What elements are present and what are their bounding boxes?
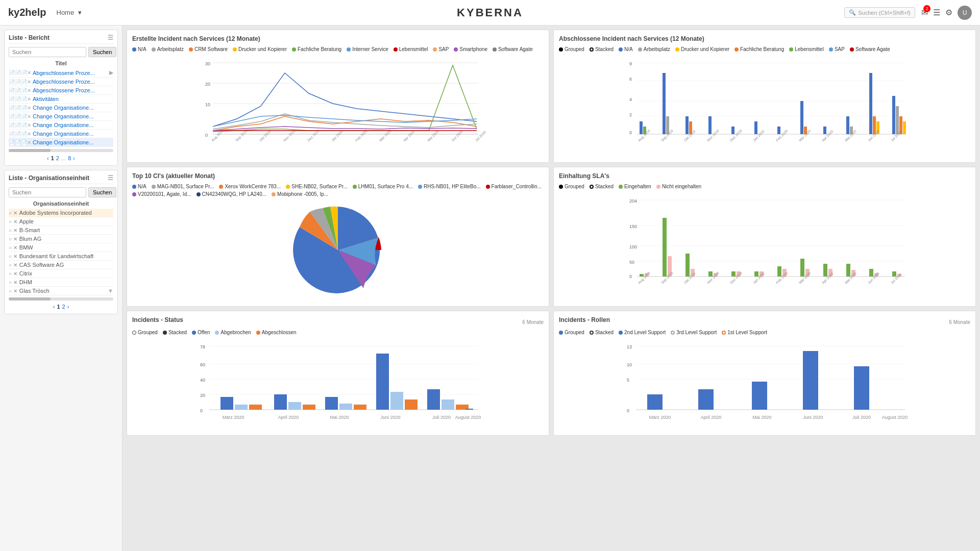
svg-text:Dez 2019: Dez 2019 (729, 271, 743, 284)
item-label: Abgeschlossene Proze... (33, 79, 113, 85)
svg-text:Sep 2019: Sep 2019 (660, 271, 674, 285)
svg-rect-121 (220, 397, 233, 410)
org-item-dhm[interactable]: ○ ✕ DHM (9, 278, 113, 287)
leg-sla-grouped: Grouped (559, 184, 584, 189)
list-item[interactable]: 📄📄📄✕ Abgeschlossene Proze... ▶ (9, 68, 113, 78)
list-item[interactable]: 📄📄📄✕ Change Organisatione... (9, 130, 113, 138)
svg-rect-126 (303, 405, 315, 410)
svg-rect-33 (663, 73, 666, 134)
next-page[interactable]: › (73, 155, 75, 161)
org-item-apple[interactable]: ○ ✕ Apple (9, 217, 113, 226)
sla-chart: 204 150 100 50 0 (559, 192, 970, 299)
sidebar-report-search-input[interactable] (9, 47, 86, 57)
svg-text:Jan 2020: Jan 2020 (752, 129, 765, 142)
sidebar-report-search-button[interactable]: Suchen (88, 47, 116, 57)
prev-page[interactable]: ‹ (47, 155, 49, 161)
leg-t-rhs: RHS-NB01, HP EliteBo... (418, 184, 481, 189)
svg-text:Juli 2020: Juli 2020 (852, 415, 871, 420)
leg-st-abgebrochen: Abgebrochen (215, 330, 251, 335)
sidebar: Liste - Bericht ☰ Suchen Titel 📄📄📄✕ Abge… (0, 26, 122, 551)
org-page-1[interactable]: 1 (57, 304, 60, 310)
logo-ky: ky (8, 7, 19, 18)
org-item-bmw[interactable]: ○ ✕ BMW (9, 243, 113, 252)
leg-t-farb: Farblaser_Controllin... (486, 184, 542, 189)
top10-pie-container (132, 199, 544, 301)
svg-text:Mär 2020: Mär 2020 (798, 271, 812, 285)
sidebar-org-col-header: Organisationseinheit (9, 201, 113, 207)
sidebar-org-search: Suchen (9, 187, 113, 197)
row-icons: 📄📄📄✕ (9, 114, 31, 119)
leg-t-xerox: Xerox WorkCentre 783... (219, 184, 281, 189)
avatar[interactable]: U (958, 6, 972, 20)
list-item[interactable]: 📄📄📄✕ Aktivitäten (9, 95, 113, 104)
sla-title: Einhaltung SLA's (559, 172, 970, 180)
svg-text:März 2020: März 2020 (649, 415, 671, 420)
org-item-bsmart[interactable]: ○ ✕ B-Smart (9, 226, 113, 235)
sidebar-org-search-input[interactable] (9, 187, 86, 197)
org-item-blum[interactable]: ○ ✕ Blum AG (9, 235, 113, 243)
leg-t-cn: CN42340WQG, HP LA240... (197, 191, 267, 197)
list-item[interactable]: 📄📄📄✕ Abgeschlossene Proze... (9, 86, 113, 95)
abgeschlossene-title: Abschlossene Incident nach Services (12 … (559, 35, 970, 42)
page-2[interactable]: 2 (56, 155, 59, 161)
org-item-adobe[interactable]: ○ ✕ Adobe Systems Incorporated (9, 209, 113, 217)
leg-sla-nicht: Nicht eingehalten (656, 184, 701, 189)
svg-text:150: 150 (629, 224, 637, 229)
svg-rect-81 (777, 266, 781, 277)
svg-text:9: 9 (629, 61, 632, 66)
svg-rect-37 (708, 116, 712, 134)
org-item-label: Glas Trösch (19, 288, 50, 294)
svg-rect-136 (465, 409, 473, 410)
incidents-status-title: Incidents - Status (132, 316, 183, 323)
org-item-citrix[interactable]: ○ ✕ Citrix (9, 269, 113, 278)
svg-rect-31 (640, 121, 643, 134)
legend-smartphone: Smartphone (454, 46, 487, 52)
svg-text:Mai 2020: Mai 2020 (427, 129, 439, 142)
list-item[interactable]: 📄📄📄✕ Change Organisatione... (9, 138, 113, 147)
leg-st-abgeschlossen: Abgeschlossen (256, 330, 297, 335)
svg-rect-133 (427, 389, 440, 410)
list-item[interactable]: 📄📄📄✕ Change Organisatione... (9, 104, 113, 112)
org-prev-page[interactable]: ‹ (53, 304, 55, 310)
org-page-2[interactable]: 2 (62, 304, 65, 310)
org-horizontal-scrollbar[interactable] (9, 297, 113, 300)
svg-text:Feb 2020: Feb 2020 (775, 129, 789, 142)
leg-r-stacked: Stacked (590, 330, 614, 335)
svg-text:Nov 2019: Nov 2019 (706, 271, 720, 284)
org-item-icons: ○ ✕ (9, 254, 17, 259)
settings-icon[interactable]: ⚙ (945, 8, 952, 17)
list-item[interactable]: 📄📄📄✕ Abgeschlossene Proze... (9, 78, 113, 86)
org-item-glas[interactable]: ○ ✕ Glas Trösch ▼ (9, 287, 113, 295)
list-item[interactable]: 📄📄📄✕ Change Organisatione... (9, 121, 113, 130)
svg-text:Apr 2020: Apr 2020 (403, 130, 416, 143)
sidebar-report-title: Liste - Bericht ☰ (9, 34, 113, 44)
menu-icon[interactable]: ☰ (933, 8, 940, 17)
list-item[interactable]: 📄📄📄✕ Change Organisatione... (9, 112, 113, 121)
nav-home[interactable]: Home (57, 9, 75, 16)
header-right: 🔍 Suchen (Ctrl+Shift+f) ✉ 2 ☰ ⚙ U (844, 6, 972, 20)
svg-rect-154 (803, 351, 818, 410)
incidents-status-header: Incidents - Status 6 Monate (132, 316, 544, 328)
legend-fachlich: Fachliche Beratung (292, 46, 341, 52)
svg-text:Juni 2020: Juni 2020 (803, 415, 823, 420)
mail-icon[interactable]: ✉ 2 (921, 8, 928, 17)
svg-text:Juni 2020: Juni 2020 (380, 415, 400, 420)
svg-rect-77 (685, 254, 690, 277)
app-logo[interactable]: ky2help (8, 7, 46, 18)
org-next-page[interactable]: › (67, 304, 69, 310)
leg-t-mag: MAG-NB01, Surface Pr... (152, 184, 214, 189)
org-item-bundesamt[interactable]: ○ ✕ Bundesamt für Landwirtschaft (9, 252, 113, 261)
svg-text:78: 78 (200, 344, 205, 349)
horizontal-scrollbar[interactable] (9, 149, 113, 152)
svg-rect-132 (405, 399, 418, 410)
sidebar-org-search-button[interactable]: Suchen (88, 187, 116, 197)
page-8[interactable]: 8 (68, 155, 71, 161)
top10-title: Top 10 CI's (aktueller Monat) (132, 172, 544, 180)
svg-text:Dez 2019: Dez 2019 (729, 129, 743, 142)
org-item-cas[interactable]: ○ ✕ CAS Software AG (9, 261, 113, 269)
item-label: Change Organisatione... (33, 105, 113, 111)
search-box[interactable]: 🔍 Suchen (Ctrl+Shift+f) (844, 7, 915, 18)
page-1[interactable]: 1 (51, 155, 54, 161)
svg-rect-50 (896, 106, 899, 134)
row-icons: 📄📄📄✕ (9, 79, 31, 85)
